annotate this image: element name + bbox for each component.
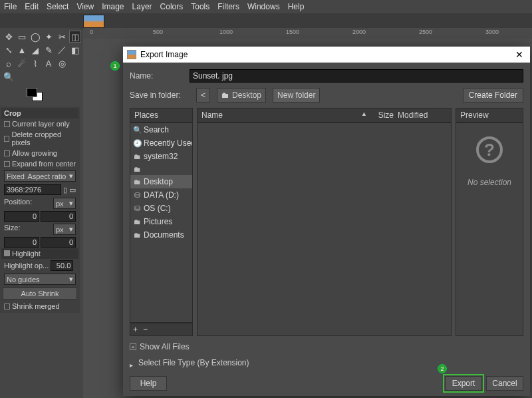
place-system32[interactable]: 🖿system32 [130,150,192,163]
col-name[interactable]: Name▲ [201,110,367,120]
foreground-color-swatch[interactable] [27,88,37,97]
eraser-tool-icon[interactable]: ◧ [69,44,81,56]
checkbox[interactable] [4,121,10,127]
folder-icon: 🖿 [133,152,141,160]
cancel-button[interactable]: Cancel [486,376,523,391]
size-unit-combo[interactable]: px▾ [53,224,76,235]
files-list[interactable] [197,122,452,336]
sort-asc-icon: ▲ [361,110,367,117]
place-os-c[interactable]: ⛁OS (C:) [130,202,192,215]
export-button[interactable]: Export [445,376,482,391]
place-pictures[interactable]: 🖿Pictures [130,215,192,228]
horizontal-ruler: 0 500 1000 1500 2000 2500 3000 [83,28,532,39]
toolbox: ✥ ▭ ◯ ✦ ✂ ◫ ⤡ ▲ ◢ ✎ ／ ◧ ⌕ ☄ ⌇ A ◎ 🔍 [0,28,80,109]
menu-bar: File Edit Select View Image Layer Colors… [0,0,532,13]
position-x-field[interactable]: 0 [4,211,39,222]
col-modified[interactable]: Modified [394,110,447,120]
path-back-button[interactable]: < [196,88,210,102]
place-data-d[interactable]: ⛁DATA (D:) [130,188,192,202]
menu-file[interactable]: File [4,2,17,11]
menu-help[interactable]: Help [288,2,305,11]
ruler-tick: 3000 [485,29,499,35]
place-search[interactable]: 🔍Search [130,123,192,136]
size-w-field[interactable]: 0 [4,237,39,248]
position-y-field[interactable]: 0 [41,211,76,222]
close-icon[interactable]: ✕ [513,49,526,60]
help-button[interactable]: Help [130,376,167,391]
place-recent[interactable]: 🕘Recently Used [130,136,192,150]
menu-view[interactable]: View [76,2,94,11]
guides-combo[interactable]: No guides▾ [4,274,76,285]
preview-header: Preview [456,108,523,122]
scissors-tool-icon[interactable]: ✂ [56,31,68,43]
save-in-label: Save in folder: [130,91,190,100]
place-empty[interactable]: 🖿 [130,163,192,175]
checkbox[interactable] [4,150,10,156]
place-documents[interactable]: 🖿Documents [130,228,192,242]
crop-tool-icon[interactable]: ◫ [69,31,81,43]
create-folder-button[interactable]: Create Folder [463,88,523,102]
remove-place-button[interactable]: − [143,325,148,334]
menu-filters[interactable]: Filters [217,2,239,11]
opt-expand-center[interactable]: Expand from center [12,160,76,168]
pencil-tool-icon[interactable]: ／ [56,44,68,56]
opt-allow-growing[interactable]: Allow growing [12,149,57,157]
menu-select[interactable]: Select [47,2,68,11]
dialog-titlebar[interactable]: Export Image ✕ [123,47,530,63]
menu-image[interactable]: Image [102,2,124,11]
highlight-checkbox[interactable] [4,250,10,256]
col-size[interactable]: Size [367,110,394,120]
menu-tools[interactable]: Tools [191,2,209,11]
gradient-tool-icon[interactable]: ◢ [29,44,41,56]
checkbox[interactable] [4,303,10,309]
color-swatches[interactable] [27,88,45,104]
folder-icon: 🖿 [221,91,229,100]
brush-tool-icon[interactable]: ✎ [43,44,55,56]
portrait-icon[interactable]: ▯ [63,186,67,194]
path-tool-icon[interactable]: ⌇ [29,57,41,69]
measure-tool-icon[interactable]: ◎ [56,57,68,69]
text-tool-icon[interactable]: A [43,57,55,69]
smudge-tool-icon[interactable]: ☄ [16,57,28,69]
question-mark-icon: ? [476,136,503,163]
expand-icon [130,360,135,365]
zoom-tool-icon[interactable]: 🔍 [3,71,15,83]
auto-shrink-button[interactable]: Auto Shrink [3,288,77,299]
menu-edit[interactable]: Edit [25,2,39,11]
opt-shrink-merged[interactable]: Shrink merged [12,302,60,310]
position-unit-combo[interactable]: px▾ [53,198,76,209]
opt-current-layer[interactable]: Current layer only [12,120,70,128]
path-segment-desktop[interactable]: 🖿Desktop [217,88,266,102]
show-all-files-toggle[interactable]: × Show All Files [130,341,523,352]
path-segment-newfolder[interactable]: New folder [273,88,320,102]
add-place-button[interactable]: + [133,325,138,334]
lasso-tool-icon[interactable]: ◯ [29,31,41,43]
bucket-tool-icon[interactable]: ▲ [16,44,28,56]
aspect-ratio-field[interactable]: 3968:2976 [4,184,61,195]
filename-input[interactable] [190,69,523,83]
rect-select-tool-icon[interactable]: ▭ [16,31,28,43]
name-label: Name: [130,71,183,81]
highlight-opacity-field[interactable]: 50.0 [51,260,73,271]
place-desktop[interactable]: 🖿Desktop [130,175,192,188]
size-h-field[interactable]: 0 [41,237,76,248]
wand-tool-icon[interactable]: ✦ [43,31,55,43]
menu-windows[interactable]: Windows [247,2,280,11]
checkbox[interactable] [4,161,10,167]
tool-options-header: Crop [1,108,78,118]
opt-delete-cropped[interactable]: Delete cropped pixels [11,130,76,146]
clock-icon: 🕘 [133,139,141,148]
clone-tool-icon[interactable]: ⌕ [3,57,15,69]
image-thumbnail[interactable] [83,15,104,28]
folder-icon: 🖿 [133,218,141,226]
move-tool-icon[interactable]: ✥ [3,31,15,43]
landscape-icon[interactable]: ▭ [69,186,76,194]
menu-colors[interactable]: Colors [160,2,184,11]
transform-tool-icon[interactable]: ⤡ [3,44,15,56]
select-file-type-toggle[interactable]: Select File Type (By Extension) [130,357,523,368]
menu-layer[interactable]: Layer [132,2,152,11]
checkbox[interactable] [4,136,9,142]
fixed-mode-combo[interactable]: FixedAspect ratio▾ [4,170,76,182]
size-label: Size: [4,224,20,235]
ruler-tick: 1500 [286,29,299,35]
